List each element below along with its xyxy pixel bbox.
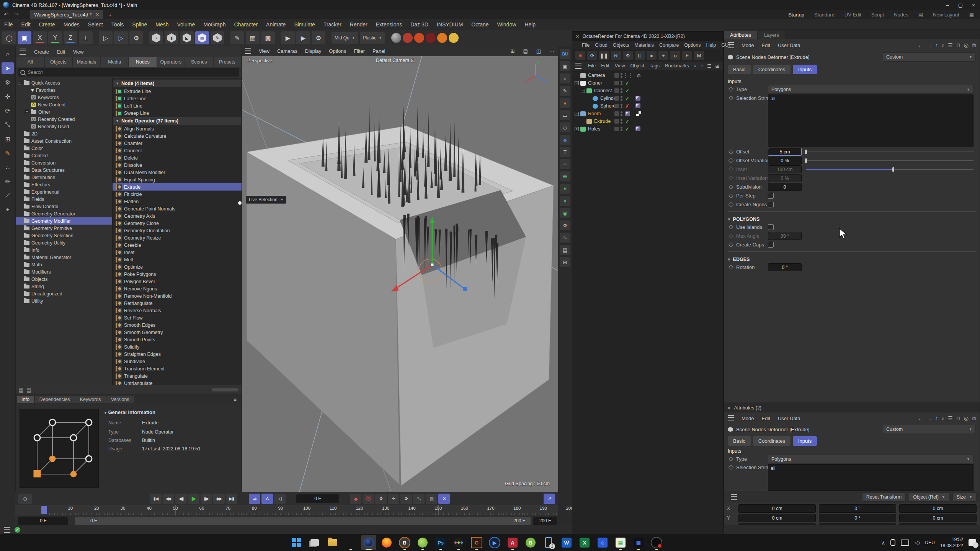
tree-item-other[interactable]: +Other — [16, 108, 112, 116]
goto-start-button[interactable]: ▮◀ — [150, 494, 162, 504]
add-material-icon[interactable]: + — [658, 51, 668, 60]
enabled-check-icon[interactable]: ✓ — [625, 119, 629, 124]
node-item-geometry-clone[interactable]: Geometry Clone — [113, 220, 242, 227]
next-key-button[interactable]: ◆▶ — [213, 494, 225, 504]
live-selection-icon[interactable]: ➤ — [2, 62, 14, 74]
node-item-generate-point-normals[interactable]: Generate Point Normals — [113, 205, 242, 212]
object-extrude[interactable]: Extrude✓ — [572, 117, 723, 125]
menu-mograph[interactable]: MoGraph — [199, 21, 230, 28]
slider-handle[interactable] — [805, 158, 807, 163]
menu-tools[interactable]: Tools — [107, 21, 128, 28]
record-keyframe-button[interactable]: ◆ — [350, 494, 361, 504]
tree-item-context[interactable]: Context — [16, 152, 112, 159]
browser-b-button[interactable]: B — [397, 535, 412, 550]
octane-menu-objects[interactable]: Objects — [610, 42, 632, 48]
keyframe-diamond-button[interactable]: ◇ — [18, 494, 32, 504]
mograph-cloner-icon[interactable]: ❋ — [560, 171, 570, 181]
node-item-flatten[interactable]: Flatten — [113, 198, 242, 205]
enabled-check-icon[interactable]: ✓ — [625, 88, 629, 94]
rotate-icon[interactable]: ⟳ — [2, 105, 14, 116]
excel-button[interactable]: X — [577, 535, 592, 550]
node-item-loft-line[interactable]: Loft Line — [113, 102, 242, 109]
lock-icon[interactable]: ⊓ — [956, 415, 960, 422]
tree-item-distribution[interactable]: Distribution — [16, 174, 112, 181]
firefox-button[interactable] — [379, 535, 394, 550]
value-input-inset[interactable]: 100 cm — [768, 165, 802, 173]
focus-icon[interactable]: ◎ — [964, 42, 969, 49]
layout-nodes[interactable]: Nodes — [889, 12, 913, 18]
viewport-menu-view[interactable]: View — [255, 48, 273, 54]
prev-key-button[interactable]: ◀◆ — [163, 494, 174, 504]
viewport-menu-filter[interactable]: Filter — [350, 48, 369, 54]
play-button[interactable]: ▶ — [188, 494, 199, 504]
undo-view-icon[interactable]: ◯ — [2, 31, 16, 44]
record-position-button[interactable]: ✛ — [388, 494, 399, 504]
menu-select[interactable]: Select — [84, 21, 107, 28]
object-box-icon[interactable]: o — [670, 51, 680, 60]
document-tab[interactable]: WavingSpheres_Tut.c4d * ✕ — [30, 10, 103, 19]
node-item-delete[interactable]: Delete — [113, 154, 242, 161]
node-item-extrude[interactable]: Extrude — [113, 183, 242, 191]
object-connect[interactable]: −Connect✓ — [572, 87, 723, 95]
move-icon[interactable]: ✛ — [2, 91, 14, 102]
filter-icon[interactable]: ☰ — [707, 63, 711, 69]
enable-toggle[interactable] — [614, 127, 619, 131]
enable-toggle[interactable] — [614, 111, 619, 116]
render-quality-dropdown[interactable]: Mid Qu▼ — [332, 32, 358, 44]
lock-icon[interactable]: ⊓ — [956, 42, 960, 49]
asset-tab-media[interactable]: Media — [101, 57, 129, 67]
enable-toggle[interactable] — [614, 119, 619, 124]
visibility-dots[interactable] — [621, 127, 622, 131]
expander-icon[interactable]: − — [575, 81, 579, 85]
film-blue-button[interactable]: ▦ — [631, 535, 646, 550]
asset-menu-edit[interactable]: Edit — [53, 49, 69, 55]
axis-lock-icon[interactable]: ⊞ — [2, 133, 14, 145]
brush-icon[interactable]: ✏ — [2, 176, 14, 187]
enabled-check-icon[interactable]: ✓ — [625, 80, 629, 86]
enable-toggle[interactable] — [614, 81, 619, 85]
node-item-smooth-geometry[interactable]: Smooth Geometry — [113, 329, 242, 336]
flag-tag-icon[interactable] — [635, 103, 640, 108]
info-tab-keywords[interactable]: Keywords — [75, 396, 106, 403]
simulate-settings-icon[interactable]: ⚙ — [129, 31, 143, 44]
object-room[interactable]: −Room — [572, 110, 723, 117]
attr2-type-dropdown[interactable]: Polygons▼ — [768, 455, 973, 463]
playhead[interactable] — [41, 506, 47, 514]
type-dropdown[interactable]: Polygons▼ — [768, 85, 973, 94]
back-icon[interactable]: ← — [918, 415, 923, 422]
tree-item-math[interactable]: Math — [16, 261, 112, 268]
notification-icon[interactable] — [969, 539, 976, 546]
layout-uv-edit[interactable]: UV Edit — [840, 12, 866, 18]
layout-list-icon[interactable]: ▤ — [913, 12, 928, 18]
node-item-subdivide[interactable]: Subdivide — [113, 358, 242, 365]
menu-simulate[interactable]: Simulate — [290, 21, 319, 28]
checkbox-per-step[interactable] — [768, 193, 774, 199]
attr2-close-icon[interactable]: ✕ — [727, 405, 731, 411]
primitive-cube-icon[interactable]: • — [149, 31, 163, 44]
focus-icon[interactable]: ◎ — [964, 415, 969, 422]
attributes-tab-attributes[interactable]: Attributes — [724, 31, 757, 39]
menu-character[interactable]: Character — [230, 21, 262, 28]
node-item-geometry-orientation[interactable]: Geometry Orientation — [113, 227, 242, 234]
viewport-menu-cameras[interactable]: Cameras — [273, 48, 301, 54]
forward-icon[interactable]: → — [926, 42, 932, 49]
grid-view-icon[interactable]: ▦ — [19, 387, 23, 393]
primitive-pen-icon[interactable]: ✎ — [211, 31, 224, 44]
menu-octane[interactable]: Octane — [467, 21, 493, 28]
viewport-menu-options[interactable]: Options — [325, 48, 350, 54]
mograph-effector-icon[interactable]: ✦ — [560, 196, 570, 206]
blue-cube-icon[interactable]: ◆ — [560, 135, 570, 145]
new-layout-button[interactable]: New Layout — [928, 12, 964, 18]
coord-mode-dropdown[interactable]: Object (Rel)▼ — [909, 492, 949, 502]
enable-toggle[interactable] — [614, 88, 619, 93]
resolve-button[interactable] — [451, 535, 466, 550]
layout-script[interactable]: Script — [866, 12, 889, 18]
value-input-inset-variation[interactable]: 0 % — [768, 174, 802, 182]
start-button[interactable] — [289, 535, 304, 550]
axis-z-button[interactable]: Z — [64, 31, 77, 44]
node-item-solidify[interactable]: Solidify — [113, 343, 242, 350]
focus-pick-icon[interactable]: F — [682, 51, 692, 60]
tree-item-flow-control[interactable]: Flow Control — [16, 203, 112, 210]
position-y[interactable]: 0 cm — [738, 514, 816, 522]
plane-icon[interactable]: ▭ — [560, 110, 570, 120]
